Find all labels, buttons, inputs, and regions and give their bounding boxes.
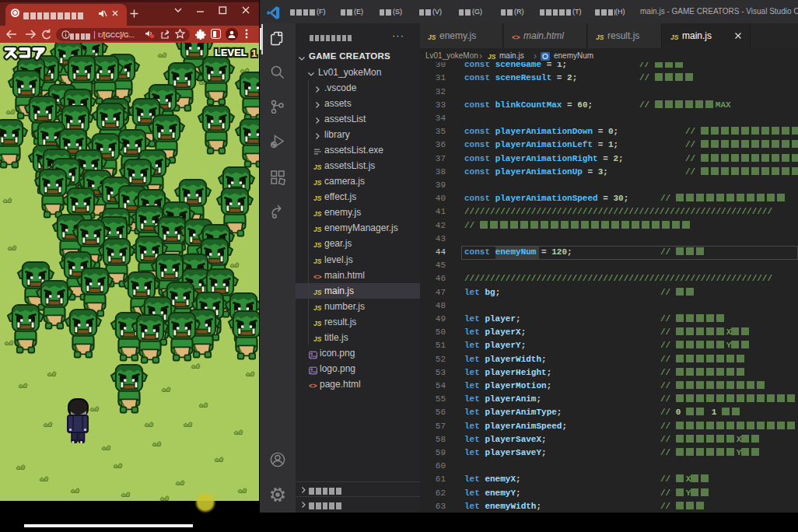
svg-text:1: 1: [251, 47, 257, 59]
svg-text:LEVEL: LEVEL: [215, 47, 247, 58]
